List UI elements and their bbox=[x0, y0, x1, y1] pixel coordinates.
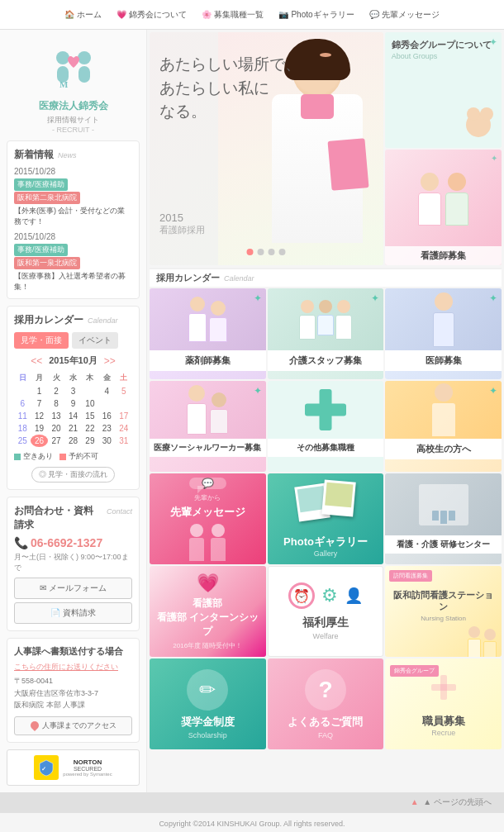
internship-label: 看護部 インターンシップ bbox=[156, 611, 259, 639]
tile-photo-gallery[interactable]: Photoギャラリー Gallery bbox=[268, 473, 384, 564]
hr-access-button[interactable]: 人事課までのアクセス bbox=[14, 716, 132, 735]
carousel-dots bbox=[247, 249, 286, 255]
tile-social-worker[interactable]: ✦ 医療ソーシャルワーカー募集 bbox=[150, 381, 266, 472]
tile-visiting-nursing[interactable]: 訪問看護募集 阪和訪問看護ステーション Nursing Station bbox=[385, 566, 502, 657]
welfare-label: 福利厚生 bbox=[302, 616, 349, 630]
cal-next[interactable]: >> bbox=[104, 355, 116, 367]
tile-pharmacy[interactable]: ✦ 薬剤師募集 bbox=[150, 288, 266, 379]
faq-label: よくあるご質問 bbox=[288, 715, 363, 730]
tile-other-positions[interactable]: その他募集職種 bbox=[268, 381, 384, 472]
dot-2[interactable] bbox=[258, 249, 264, 255]
tile-doctor[interactable]: ✦ 医師募集 bbox=[385, 288, 502, 379]
calendar-title: 採用カレンダー Calendar bbox=[14, 313, 132, 327]
back-to-top[interactable]: ▲ ▲ ページの先頭へ bbox=[0, 792, 504, 812]
nav-item-gallery[interactable]: 📷 Photoギャラリー bbox=[272, 6, 360, 24]
nav-item-home[interactable]: 🏠 ホーム bbox=[58, 6, 108, 24]
nav-item-about[interactable]: 💗 錦秀会について bbox=[110, 6, 193, 24]
camera-icon: 📷 bbox=[278, 10, 288, 19]
svg-point-2 bbox=[78, 51, 91, 64]
sidebar: M 医療法人錦秀会 採用情報サイト - RECRUIT - 新着情報 News … bbox=[0, 30, 147, 792]
tile-scholarship[interactable]: ✏ 奨学金制度 Scholarship bbox=[150, 658, 266, 749]
calendar-flow-link[interactable]: ◎ 見学・面接の流れ bbox=[31, 467, 116, 483]
dot-4[interactable] bbox=[279, 249, 286, 255]
scholarship-label: 奨学金制度 bbox=[181, 715, 235, 730]
hr-title: 人事課へ書類送付する場合 bbox=[14, 645, 132, 658]
dot-3[interactable] bbox=[269, 249, 275, 255]
contact-phone: 📞 06-6692-1327 bbox=[14, 536, 132, 549]
tile-faq[interactable]: ? よくあるご質問 FAQ bbox=[268, 658, 384, 749]
hr-section: 人事課へ書類送付する場合 こちらの住所にお送りください 〒558-0041 大阪… bbox=[7, 638, 140, 742]
contact-hours: 月〜土(日・祝除く) 9:00〜17:00まで bbox=[14, 552, 132, 573]
contact-section: お問合わせ・資料請求 Contact 📞 06-6692-1327 月〜土(日・… bbox=[7, 497, 140, 631]
care-staff-label: 介護スタッフ募集 bbox=[268, 350, 384, 371]
nav-item-messages[interactable]: 💬 先輩メッセージ bbox=[363, 6, 446, 24]
news-item-2: 2015/10/28 事務/医療補助 阪和第一泉北病院 【医療事務】入社選考希望… bbox=[14, 232, 132, 292]
svg-point-0 bbox=[56, 51, 69, 64]
hero-position: 看護師採用 bbox=[159, 224, 205, 236]
map-icon bbox=[28, 720, 40, 731]
home-icon: 🏠 bbox=[64, 10, 74, 19]
hero-year: 2015 bbox=[159, 212, 205, 224]
news-section: 新着情報 News 2015/10/28 事務/医療補助 阪和第二泉北病院 【外… bbox=[7, 140, 140, 299]
other-positions-label: その他募集職種 bbox=[268, 439, 384, 457]
news-tag-2b: 阪和第一泉北病院 bbox=[14, 257, 80, 269]
svg-rect-3 bbox=[78, 66, 90, 83]
cal-tab-visit[interactable]: 見学・面接 bbox=[14, 332, 69, 349]
nurse-recruit-label: 看護師募集 bbox=[385, 246, 502, 265]
highschool-label: 高校生の方へ bbox=[385, 439, 502, 459]
cal-month: 2015年10月 bbox=[49, 354, 97, 367]
legend-unavailable: 予約不可 bbox=[59, 451, 98, 462]
main-content: あたらしい場所で、 あたらしい私に なる。 2015 看護師採用 bbox=[147, 30, 504, 792]
tile-nurse-recruit[interactable]: 看護師募集 ✦ bbox=[385, 150, 502, 265]
tile-group-about[interactable]: ✦ 錦秀会グループについて About Groups bbox=[385, 32, 502, 148]
doctor-label: 医師募集 bbox=[385, 350, 502, 371]
back-to-top-arrow: ▲ bbox=[411, 797, 419, 806]
logo-icon: M bbox=[45, 45, 102, 94]
tile-care-staff[interactable]: ✦ 介護スタッフ募集 bbox=[268, 288, 384, 379]
senior-message-label: 先輩メッセージ bbox=[170, 505, 245, 520]
calendar-grid: 日 月 火 水 木 金 土 1 2 3 bbox=[14, 371, 132, 447]
phone-icon: 📞 bbox=[14, 536, 28, 549]
hero-line3: なる。 bbox=[159, 100, 301, 124]
news-tag-1b: 阪和第二泉北病院 bbox=[14, 192, 80, 204]
logo-sub2: - RECRUIT - bbox=[11, 126, 136, 134]
training-center-label: 看護・介護 研修センター bbox=[385, 535, 502, 554]
visiting-badge: 訪問看護募集 bbox=[389, 570, 432, 582]
tile-internship[interactable]: 💗 看護部 看護部 インターンシップ 2016年度 随時受付中！ bbox=[150, 566, 266, 657]
tile-highschool[interactable]: ✦ 高校生の方へ bbox=[385, 381, 502, 472]
photo-gallery-label: Photoギャラリー bbox=[283, 535, 368, 549]
email-form-button[interactable]: ✉ メールフォーム bbox=[14, 578, 132, 599]
nav-item-positions[interactable]: 🌸 募集職種一覧 bbox=[195, 6, 270, 24]
news-title: 新着情報 News bbox=[14, 148, 132, 162]
news-item-1: 2015/10/28 事務/医療補助 阪和第二泉北病院 【外来(医事) 会計・受… bbox=[14, 167, 132, 226]
news-text-1: 【外来(医事) 会計・受付などの業務です！ bbox=[14, 206, 132, 226]
tile-senior-message[interactable]: 💬 先輩から 先輩メッセージ bbox=[150, 473, 266, 564]
heart-icon: 💗 bbox=[116, 10, 126, 19]
tile-staff-recruit[interactable]: 錦秀会グループ 職員募集 Recrue bbox=[385, 658, 502, 749]
hr-address: 〒558-0041 大阪府住吉区帝佐市3-3-7 阪和病院 本部 人事課 bbox=[14, 675, 132, 711]
news-tag-1a: 事務/医療補助 bbox=[14, 178, 68, 191]
legend-available: 空きあり bbox=[14, 451, 53, 462]
cal-prev[interactable]: << bbox=[31, 355, 42, 367]
message-icon: 💬 bbox=[369, 10, 379, 19]
flower-icon: 🌸 bbox=[202, 10, 212, 19]
norton-badge: ✓ NORTON SECURED powered by Symantec bbox=[7, 749, 140, 786]
recruit-section-header: 採用カレンダー Calendar bbox=[150, 268, 502, 287]
main-nav: 🏠 ホーム 💗 錦秀会について 🌸 募集職種一覧 📷 Photoギャラリー 💬 … bbox=[0, 0, 504, 30]
pharmacy-label: 薬剤師募集 bbox=[150, 350, 266, 371]
page-footer: Copyright ©2014 KINSHUKAI Group. All rig… bbox=[0, 812, 504, 832]
hero-text-block: あたらしい場所で、 あたらしい私に なる。 bbox=[159, 53, 301, 124]
tile-training-center[interactable]: 看護・介護 研修センター bbox=[385, 473, 502, 564]
news-date-2: 2015/10/28 bbox=[14, 232, 132, 241]
calendar-section: 採用カレンダー Calendar 見学・面接 イベント << 2015年10月 … bbox=[7, 306, 140, 490]
news-date-1: 2015/10/28 bbox=[14, 167, 132, 176]
svg-text:✓: ✓ bbox=[41, 766, 46, 772]
svg-text:M: M bbox=[59, 79, 69, 89]
dot-1[interactable] bbox=[247, 249, 254, 255]
tile-welfare[interactable]: ⏰ ⚙ 👤 福利厚生 Welfare bbox=[268, 566, 384, 657]
group-about-label: 錦秀会グループについて bbox=[392, 39, 495, 50]
cal-tab-event[interactable]: イベント bbox=[72, 332, 118, 349]
resource-request-button[interactable]: 📄 資料請求 bbox=[14, 602, 132, 624]
hero-banner[interactable]: あたらしい場所で、 あたらしい私に なる。 2015 看護師採用 bbox=[150, 32, 383, 265]
hr-instruction: こちらの住所にお送りください bbox=[14, 662, 132, 673]
